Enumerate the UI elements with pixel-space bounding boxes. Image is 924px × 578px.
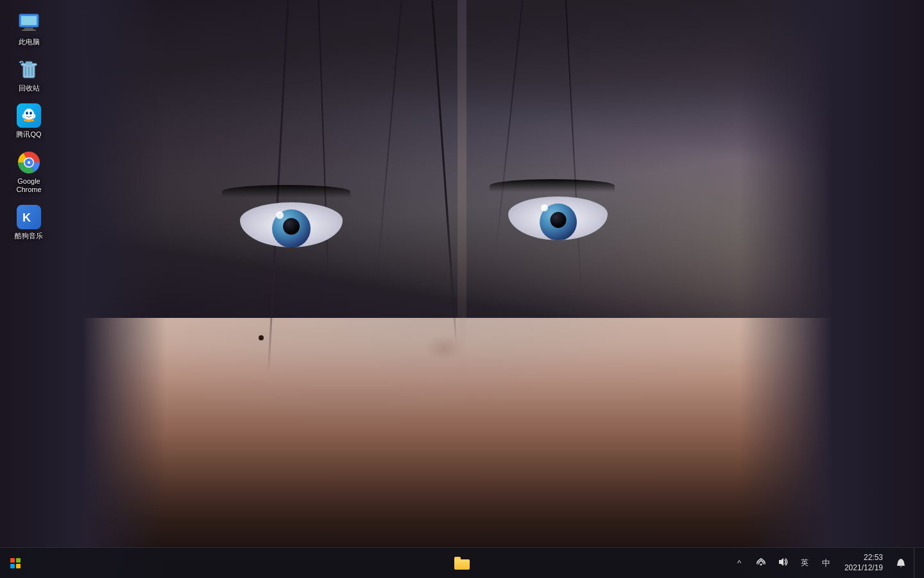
desktop-icon-area: 此电脑 回收站 xyxy=(3,6,55,244)
svg-text:K: K xyxy=(22,211,31,224)
eye-left xyxy=(240,202,343,247)
taskbar-left xyxy=(0,548,730,579)
lashes-right xyxy=(490,179,615,192)
start-button[interactable] xyxy=(0,548,31,579)
svg-point-14 xyxy=(26,113,28,114)
nose xyxy=(425,335,463,361)
desktop-icon-label: 回收站 xyxy=(19,84,40,92)
desktop-icon-label: 腾讯QQ xyxy=(16,130,41,139)
ime-icon: 中 xyxy=(822,557,830,569)
desktop-icon-label: 此电脑 xyxy=(19,38,40,46)
svg-point-11 xyxy=(24,109,34,120)
svg-point-24 xyxy=(760,564,762,566)
desktop-icon-qq[interactable]: 腾讯QQ xyxy=(3,99,55,143)
tray-language-icon[interactable]: 英 xyxy=(796,554,814,572)
desktop-icon-label: Google Chrome xyxy=(6,177,52,194)
svg-point-15 xyxy=(30,113,31,114)
taskbar-pinned-apps xyxy=(447,548,477,579)
mole xyxy=(259,335,264,340)
wallpaper-overlay xyxy=(0,0,924,578)
recycle-bin-icon xyxy=(16,57,42,82)
svg-rect-3 xyxy=(22,30,36,31)
chevron-up-icon: ^ xyxy=(737,558,741,568)
desktop-icon-label: 酷狗音乐 xyxy=(15,232,43,240)
svg-point-22 xyxy=(28,161,30,164)
show-desktop-button[interactable] xyxy=(914,548,918,579)
svg-rect-1 xyxy=(21,16,37,25)
tray-ime-icon[interactable]: 中 xyxy=(817,554,835,572)
svg-rect-2 xyxy=(24,28,33,30)
windows-logo-icon xyxy=(10,558,21,568)
desktop-icon-recycle-bin[interactable]: 回收站 xyxy=(3,53,55,96)
svg-rect-18 xyxy=(27,119,31,122)
kuwo-icon: K xyxy=(16,204,42,230)
desktop-icon-kuwo[interactable]: K 酷狗音乐 xyxy=(3,200,55,244)
tray-network-icon[interactable] xyxy=(752,554,770,572)
svg-marker-25 xyxy=(779,558,783,566)
speaker-icon xyxy=(778,557,788,569)
folder-icon xyxy=(454,557,470,570)
system-clock[interactable]: 22:53 2021/12/19 xyxy=(839,548,888,578)
taskbar: ^ xyxy=(0,547,924,578)
taskbar-file-explorer[interactable] xyxy=(447,548,477,579)
chrome-icon xyxy=(16,150,42,175)
desktop-icon-this-pc[interactable]: 此电脑 xyxy=(3,6,55,50)
tray-show-hidden[interactable]: ^ xyxy=(730,554,748,572)
lashes-left xyxy=(222,185,350,198)
svg-rect-6 xyxy=(26,62,32,64)
qq-icon xyxy=(16,103,42,128)
clock-time: 22:53 xyxy=(864,553,883,563)
computer-icon xyxy=(16,10,42,36)
eye-right xyxy=(508,197,608,240)
taskbar-tray: ^ xyxy=(730,548,924,578)
clock-date: 2021/12/19 xyxy=(844,563,883,574)
notification-center-button[interactable] xyxy=(892,554,910,572)
tray-speaker-icon[interactable] xyxy=(774,554,792,572)
network-icon xyxy=(756,557,766,569)
hair-right xyxy=(739,0,924,578)
desktop-icon-google-chrome[interactable]: Google Chrome xyxy=(3,146,55,198)
